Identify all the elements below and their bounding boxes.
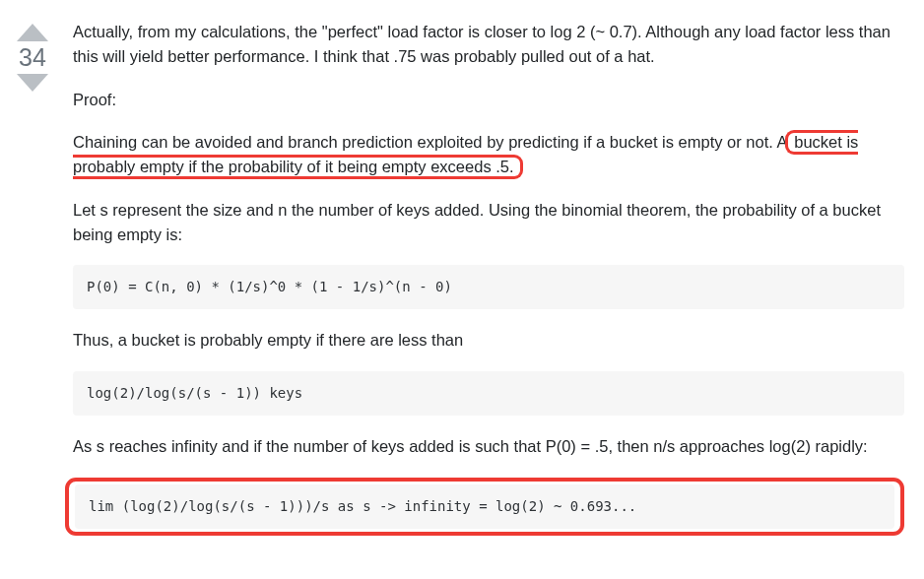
paragraph-binomial: Let s represent the size and n the numbe…: [73, 198, 904, 247]
vote-cell: 34: [10, 20, 55, 554]
post-body: Actually, from my calculations, the "per…: [73, 20, 914, 554]
code-block-limit: lim (log(2)/log(s/(s - 1)))/s as s -> in…: [75, 484, 894, 529]
answer-container: 34 Actually, from my calculations, the "…: [10, 20, 914, 554]
downvote-button[interactable]: [15, 74, 50, 96]
highlight-limit-code: lim (log(2)/log(s/(s - 1)))/s as s -> in…: [65, 478, 904, 536]
paragraph-chaining: Chaining can be avoided and branch predi…: [73, 130, 904, 179]
paragraph-chaining-pre: Chaining can be avoided and branch predi…: [73, 133, 791, 151]
paragraph-limit: As s reaches infinity and if the number …: [73, 434, 904, 459]
down-arrow-icon: [15, 74, 50, 96]
upvote-button[interactable]: [15, 20, 50, 41]
code-keys: log(2)/log(s/(s - 1)) keys: [87, 385, 302, 401]
paragraph-thus: Thus, a bucket is probably empty if ther…: [73, 328, 904, 353]
code-block-keys: log(2)/log(s/(s - 1)) keys: [73, 371, 904, 416]
up-arrow-icon: [15, 20, 50, 41]
code-probability: P(0) = C(n, 0) * (1/s)^0 * (1 - 1/s)^(n …: [87, 279, 452, 294]
vote-count: 34: [19, 43, 46, 72]
code-limit: lim (log(2)/log(s/(s - 1)))/s as s -> in…: [89, 498, 636, 514]
code-block-probability: P(0) = C(n, 0) * (1/s)^0 * (1 - 1/s)^(n …: [73, 265, 904, 309]
paragraph-intro: Actually, from my calculations, the "per…: [73, 20, 904, 69]
paragraph-proof-label: Proof:: [73, 88, 904, 112]
